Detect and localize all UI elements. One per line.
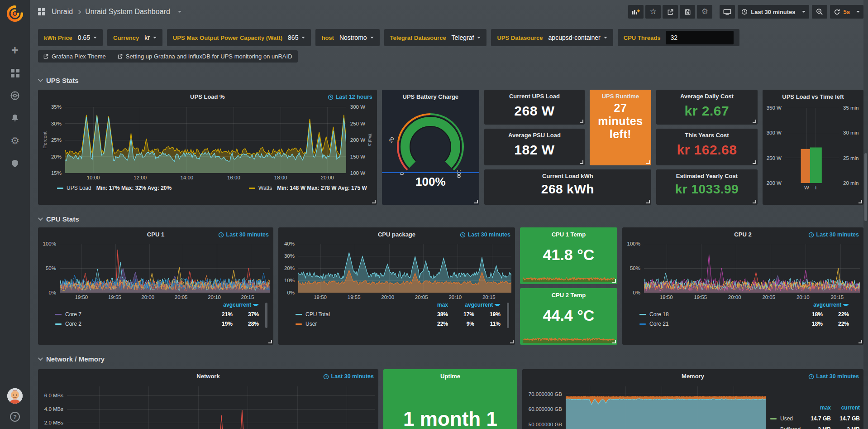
- server-admin-shield-icon[interactable]: [9, 158, 21, 169]
- legend-col-header[interactable]: avg: [796, 302, 823, 308]
- cpu-threads-input[interactable]: [666, 31, 734, 44]
- create-icon[interactable]: +: [9, 44, 21, 56]
- apps-grid-icon[interactable]: [38, 8, 45, 15]
- dashboard-settings-button[interactable]: ⚙: [697, 5, 712, 19]
- legend-scrollbar[interactable]: [265, 303, 267, 328]
- chevron-right-icon: [77, 10, 81, 14]
- axis-tick: 16:00: [227, 175, 240, 180]
- stat-estimated-yearly-cost[interactable]: Estimated Yearly Cost kr 1033.99: [656, 169, 758, 205]
- y-axis-left: 6.0 MBs4.0 MBs2.0 MBs: [42, 386, 67, 429]
- configuration-gear-icon[interactable]: ⚙: [9, 135, 21, 147]
- stat-average-psu-load[interactable]: Average PSU Load 182 W: [484, 129, 585, 165]
- grafana-dashboard: + ⚙: [0, 0, 868, 429]
- breadcrumb-folder[interactable]: Unraid: [52, 8, 73, 16]
- axis-tick: 20:00: [381, 294, 394, 300]
- section-network-memory[interactable]: Network / Memory: [38, 354, 863, 364]
- stat-this-years-cost[interactable]: This Years Cost kr 162.68: [656, 129, 758, 165]
- user-avatar[interactable]: [7, 388, 23, 404]
- series-name[interactable]: UPS Load: [67, 185, 91, 191]
- ups-vs-time-chart[interactable]: [785, 108, 839, 183]
- section-ups-stats[interactable]: UPS Stats: [38, 75, 863, 85]
- stat-current-ups-load[interactable]: Current UPS Load 268 W: [484, 90, 585, 125]
- series-name[interactable]: User: [305, 321, 317, 327]
- ups-load-chart[interactable]: [65, 107, 346, 173]
- share-button[interactable]: [663, 5, 678, 19]
- panel-cpu-package: CPU package Last 30 minutes 40%30%20%10%…: [278, 227, 515, 345]
- dashboards-icon[interactable]: [9, 67, 21, 79]
- alerting-bell-icon[interactable]: [9, 112, 21, 124]
- sidebar: + ⚙: [0, 0, 30, 429]
- stat-cpu2-temp[interactable]: CPU 2 Temp 44.4 °C: [520, 288, 617, 345]
- link-grafana-plex-theme[interactable]: Grafana Plex Theme: [43, 53, 106, 60]
- panel-title[interactable]: UPS Battery Charge: [386, 93, 476, 100]
- axis-tick: 40%: [284, 241, 295, 246]
- legend-scrollbar[interactable]: [507, 303, 509, 328]
- zoom-out-button[interactable]: [812, 5, 827, 19]
- series-dash-icon: [55, 323, 62, 325]
- axis-tick: 60.000000 GB: [529, 406, 562, 412]
- help-icon[interactable]: ?: [9, 411, 21, 423]
- grafana-logo-icon[interactable]: [0, 0, 30, 27]
- stat-current-load-kwh[interactable]: Current Load kWh 268 kWh: [484, 169, 651, 205]
- time-range-picker[interactable]: Last 30 minutes: [738, 5, 809, 19]
- link-ups-monitoring-guide[interactable]: Setting up Grafana and InfluxDB for UPS …: [118, 53, 292, 60]
- cycle-view-tv-button[interactable]: [720, 5, 735, 19]
- memory-chart[interactable]: [566, 386, 766, 429]
- breadcrumb-dashboard[interactable]: Unraid System Dashboard: [85, 8, 170, 16]
- section-cpu-stats[interactable]: CPU Stats: [38, 214, 863, 224]
- panel-title[interactable]: UPS Load vs Time left: [766, 93, 860, 100]
- cpu2-chart[interactable]: [644, 244, 860, 293]
- axis-tick: 20:15: [830, 294, 844, 300]
- series-name[interactable]: Core 18: [649, 311, 669, 318]
- explore-icon[interactable]: [9, 90, 21, 101]
- chevron-down-icon[interactable]: [178, 11, 181, 13]
- series-name[interactable]: Core 7: [65, 311, 81, 318]
- legend-row: Used 14.7 GB14.7 GB: [770, 415, 860, 422]
- axis-tick: 300 W: [767, 130, 782, 135]
- scrollbar-thumb[interactable]: [864, 153, 867, 221]
- legend-col-header[interactable]: current: [233, 302, 259, 308]
- legend-col-header[interactable]: max: [802, 405, 831, 411]
- save-button[interactable]: [680, 5, 695, 19]
- series-name[interactable]: Core 2: [65, 321, 81, 327]
- refresh-interval-label[interactable]: 5s: [844, 9, 850, 15]
- variable-ups-max-output: UPS Max Output Power Capacity (Watt) 865: [167, 29, 311, 46]
- y-axis-left: 100%50%0%: [626, 244, 644, 293]
- series-name[interactable]: CPU Total: [305, 311, 330, 318]
- star-button[interactable]: ☆: [645, 5, 661, 19]
- axis-tick: 14:00: [180, 175, 193, 180]
- cpu1-chart[interactable]: [60, 244, 270, 293]
- chevron-down-icon: [370, 37, 374, 39]
- legend-col-header[interactable]: current: [474, 302, 501, 308]
- series-stats: Min: 148 W Max: 278 W Avg: 175 W: [277, 185, 367, 191]
- stat-value: 268 kWh: [487, 182, 649, 197]
- network-chart[interactable]: [67, 386, 375, 429]
- stat-uptime[interactable]: Uptime 1 month 1: [383, 369, 517, 429]
- refresh-button[interactable]: 5s: [830, 5, 863, 19]
- legend-col-header[interactable]: avg: [448, 302, 474, 308]
- add-panel-button[interactable]: [628, 5, 644, 19]
- axis-tick: 35 min: [843, 105, 859, 111]
- stat-ups-runtime[interactable]: UPS Runtime 27 minutes left!: [590, 90, 651, 165]
- stat-average-daily-cost[interactable]: Average Daily Cost kr 2.67: [656, 90, 758, 125]
- series-name[interactable]: Used: [780, 415, 793, 422]
- y-axis-right: 35 min30 min25 min20 min: [839, 108, 860, 183]
- series-name[interactable]: Buffered: [780, 426, 801, 429]
- window-scrollbar: [863, 0, 868, 429]
- series-dash-icon: [296, 323, 302, 325]
- legend-col-header[interactable]: current: [831, 405, 860, 411]
- chevron-down-icon: [93, 37, 97, 39]
- legend-col-header[interactable]: max: [422, 302, 448, 308]
- series-name[interactable]: Watts: [258, 185, 272, 191]
- cpu-package-chart[interactable]: [298, 244, 511, 293]
- stat-cpu1-temp[interactable]: CPU 1 Temp 41.8 °C: [520, 227, 617, 284]
- panel-title[interactable]: UPS Load %: [42, 93, 373, 100]
- clock-icon: [808, 232, 814, 238]
- panel-ups-load: UPS Load % Last 12 hours Percent 35%30%2…: [38, 90, 377, 205]
- axis-tick: 350 W: [767, 105, 782, 111]
- series-name[interactable]: Core 21: [649, 321, 669, 327]
- axis-tick: 4.0 MBs: [44, 406, 63, 412]
- legend-col-header[interactable]: avg: [206, 302, 233, 308]
- legend-col-header[interactable]: current: [823, 302, 849, 308]
- battery-gauge[interactable]: 02050100 100%: [386, 103, 476, 200]
